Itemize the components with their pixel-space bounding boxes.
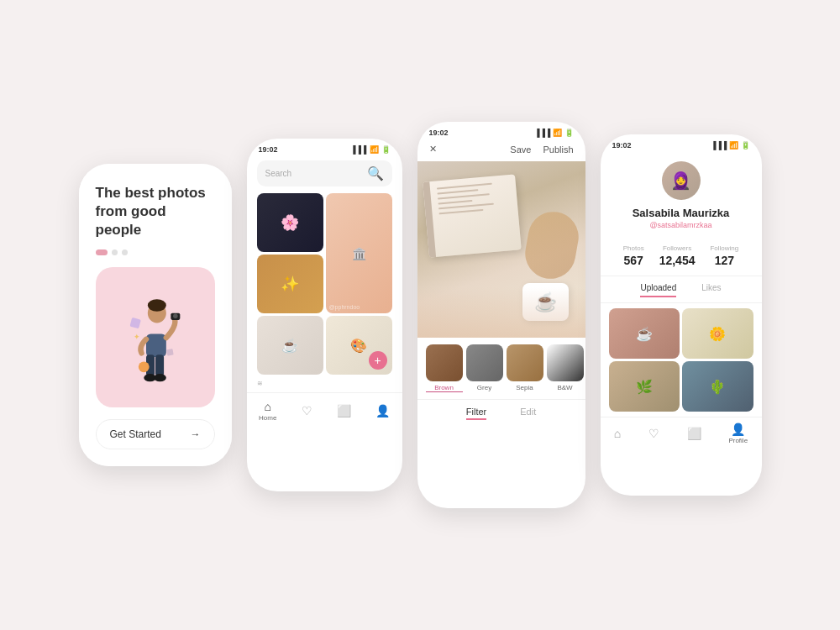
profile-photo-4[interactable]: 🌵 [682, 361, 753, 412]
save-button[interactable]: Save [510, 144, 531, 155]
svg-rect-2 [146, 333, 166, 357]
nav-likes[interactable]: ♡ [302, 404, 312, 417]
battery-3: 🔋 [564, 129, 574, 137]
folder-icon: ⬜ [337, 404, 351, 417]
filter-brown-label: Brown [426, 384, 463, 392]
stat-following-label: Following [710, 244, 738, 252]
filter-strip: Brown Grey Sepia B&W Retro F... [417, 338, 585, 399]
splash-headline: The best photos from good people [96, 184, 215, 239]
status-bar-4: 19:02 ▐▐▐ 📶 🔋 [601, 134, 762, 153]
tab-likes[interactable]: Likes [701, 283, 721, 297]
svg-rect-6 [155, 354, 164, 376]
stat-photos-label: Photos [623, 244, 644, 252]
pagination-dots [96, 249, 215, 255]
filter-bw[interactable]: B&W [547, 344, 584, 392]
bottom-nav-2: ⌂ Home ♡ ⬜ 👤 [247, 392, 402, 428]
profile-icon-4: 👤 [731, 423, 745, 436]
dot-3 [122, 249, 128, 255]
nav-home[interactable]: ⌂ Home [259, 400, 276, 422]
signal-3: ▐▐▐ [534, 129, 550, 137]
photo-cell-3[interactable]: ✨ [257, 255, 323, 313]
avatar: 🧕 [662, 161, 701, 200]
status-icons-4: ▐▐▐ 📶 🔋 [711, 141, 749, 150]
profile-section: 🧕 Salsabila Maurizka @satsabilamrzkaa [601, 153, 762, 244]
heart-icon-4: ♡ [648, 427, 659, 440]
filter-sepia-label: Sepia [507, 384, 543, 391]
illustration-area: ✦ [96, 267, 215, 407]
svg-point-8 [154, 374, 166, 381]
nav-heart-4[interactable]: ♡ [648, 427, 659, 440]
profile-photo-3[interactable]: 🌼 [682, 308, 753, 359]
arrow-icon: → [191, 428, 201, 440]
tab-filter[interactable]: Filter [466, 407, 486, 420]
signal-4: ▐▐▐ [711, 141, 727, 150]
stat-photos-value: 567 [623, 254, 644, 267]
screen-splash: The best photos from good people [79, 164, 232, 466]
profile-photo-grid: ☕ 🌿 🌼 🌵 [601, 303, 762, 417]
close-button[interactable]: ✕ [429, 144, 437, 155]
profile-photo-2[interactable]: 🌿 [609, 361, 680, 412]
add-photo-button[interactable]: + [369, 351, 387, 370]
main-photo-area: ☕ [417, 161, 585, 338]
battery-4: 🔋 [741, 141, 750, 150]
profile-icon: 👤 [375, 404, 390, 417]
home-label: Home [259, 414, 276, 422]
svg-rect-9 [129, 317, 140, 328]
profile-handle: @satsabilamrzkaa [649, 221, 711, 229]
svg-point-1 [147, 299, 165, 312]
stat-followers-label: Followers [659, 244, 696, 252]
dot-2 [112, 249, 118, 255]
nav-folder-4[interactable]: ⬜ [687, 427, 701, 440]
filter-sepia[interactable]: Sepia [507, 344, 543, 392]
dot-1 [96, 249, 108, 255]
screen-home: 19:02 ▐▐▐ 📶 🔋 Search 🔍 🌸 🏛️ @pphr [247, 139, 402, 491]
nav-home-4[interactable]: ⌂ [614, 427, 621, 440]
publish-button[interactable]: Publish [543, 144, 573, 155]
status-icons-2: ▐▐▐ 📶 🔋 [350, 145, 390, 154]
get-started-button[interactable]: Get Started → [96, 419, 215, 449]
nav-folder[interactable]: ⬜ [337, 404, 351, 417]
photo-cell-2[interactable]: 🏛️ @pphrndoo [326, 193, 392, 313]
profile-name: Salsabila Maurizka [633, 207, 730, 219]
wifi-4: 📶 [729, 141, 738, 150]
status-icons-3: ▐▐▐ 📶 🔋 [534, 129, 573, 137]
book-element [423, 174, 521, 257]
stat-followers: Followers 12,454 [659, 244, 696, 267]
tab-uploaded[interactable]: Uploaded [640, 283, 676, 297]
profile-photo-1[interactable]: ☕ [609, 308, 680, 359]
scroll-indicator: ≋ [247, 378, 402, 389]
time-2: 19:02 [259, 145, 278, 154]
time-3: 19:02 [429, 129, 449, 137]
user-watermark: @pphrndoo [329, 304, 389, 310]
battery-icon: 🔋 [381, 145, 391, 154]
stats-row: Photos 567 Followers 12,454 Following 12… [601, 244, 762, 276]
bottom-nav-4: ⌂ ♡ ⬜ 👤 Profile [601, 417, 762, 449]
photo-cell-5[interactable]: 🎨 + [326, 316, 392, 375]
wifi-icon: 📶 [370, 145, 379, 154]
search-placeholder: Search [265, 169, 292, 178]
home-icon: ⌂ [265, 400, 271, 413]
stat-photos: Photos 567 [623, 244, 644, 267]
photo-cell-4[interactable]: ☕ [257, 316, 323, 375]
wifi-3: 📶 [553, 129, 562, 137]
nav-profile-4[interactable]: 👤 Profile [728, 423, 748, 444]
nav-profile[interactable]: 👤 [375, 404, 390, 417]
folder-icon-4: ⬜ [687, 427, 701, 440]
search-bar[interactable]: Search 🔍 [257, 160, 392, 186]
filter-brown[interactable]: Brown [426, 344, 463, 392]
search-icon[interactable]: 🔍 [367, 165, 384, 181]
svg-rect-10 [166, 349, 173, 355]
screen-filter: 19:02 ▐▐▐ 📶 🔋 ✕ Save Publish [417, 122, 585, 508]
avatar-emoji: 🧕 [670, 171, 691, 191]
filter-grey-label: Grey [466, 384, 503, 391]
screen-profile: 19:02 ▐▐▐ 📶 🔋 🧕 Salsabila Maurizka @sats… [601, 134, 762, 496]
filter-bw-label: B&W [547, 384, 584, 391]
top-actions: ✕ Save Publish [417, 140, 585, 161]
tab-edit[interactable]: Edit [520, 407, 536, 420]
filter-grey[interactable]: Grey [466, 344, 503, 392]
photo-cell-1[interactable]: 🌸 [257, 193, 323, 252]
photo-grid: 🌸 🏛️ @pphrndoo ✨ ☕ [247, 190, 402, 378]
status-bar-3: 19:02 ▐▐▐ 📶 🔋 [417, 122, 585, 140]
status-bar-2: 19:02 ▐▐▐ 📶 🔋 [247, 139, 402, 157]
stat-following-value: 127 [710, 254, 738, 267]
